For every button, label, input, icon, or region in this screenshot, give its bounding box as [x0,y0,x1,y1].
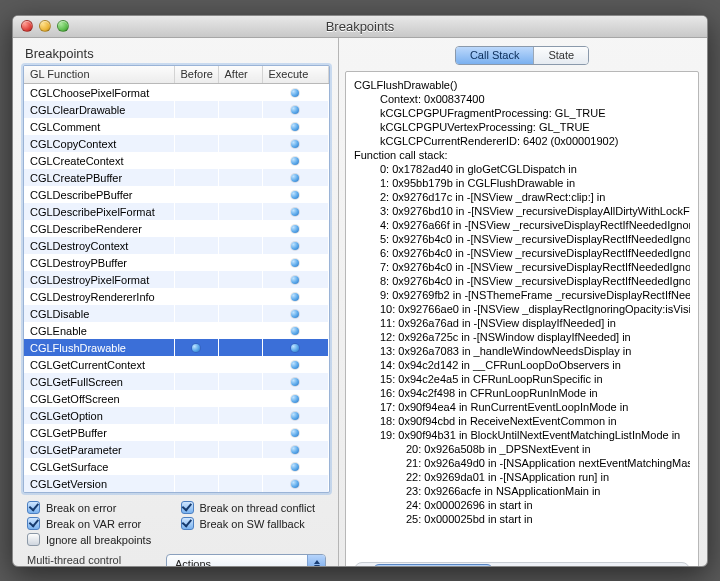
cell-after[interactable] [218,203,262,220]
cell-before[interactable] [174,407,218,424]
checkbox-icon[interactable] [181,501,194,514]
close-icon[interactable] [21,20,33,32]
breakpoint-dot-icon[interactable] [192,344,200,352]
cell-before[interactable] [174,169,218,186]
table-row[interactable]: CGLDestroyPixelFormat [24,271,329,288]
breakpoint-dot-icon[interactable] [291,242,299,250]
cell-before[interactable] [174,237,218,254]
cell-after[interactable] [218,322,262,339]
breakpoint-dot-icon[interactable] [291,310,299,318]
cell-execute[interactable] [262,407,329,424]
col-before[interactable]: Before [174,66,218,84]
breakpoint-dot-icon[interactable] [291,429,299,437]
table-row[interactable]: CGLCreatePBuffer [24,169,329,186]
table-row[interactable]: CGLComment [24,118,329,135]
table-row[interactable]: CGLGetOffScreen [24,390,329,407]
cell-execute[interactable] [262,458,329,475]
breakpoint-dot-icon[interactable] [291,157,299,165]
breakpoint-dot-icon[interactable] [291,140,299,148]
cell-after[interactable] [218,186,262,203]
cell-execute[interactable] [262,203,329,220]
checkbox-icon[interactable] [27,533,40,546]
cell-after[interactable] [218,288,262,305]
cell-execute[interactable] [262,118,329,135]
cell-after[interactable] [218,475,262,492]
cell-execute[interactable] [262,424,329,441]
cell-execute[interactable] [262,373,329,390]
breakpoint-dot-icon[interactable] [291,293,299,301]
col-execute[interactable]: Execute [262,66,329,84]
breakpoint-dot-icon[interactable] [291,344,299,352]
breakpoint-dot-icon[interactable] [291,259,299,267]
table-row[interactable]: CGLDestroyRendererInfo [24,288,329,305]
cell-execute[interactable] [262,390,329,407]
table-row[interactable]: CGLGetCurrentContext [24,356,329,373]
cell-execute[interactable] [262,84,329,101]
breakpoint-dot-icon[interactable] [291,106,299,114]
cell-execute[interactable] [262,475,329,492]
table-row[interactable]: CGLGetVersion [24,475,329,492]
cell-after[interactable] [218,424,262,441]
table-row[interactable]: CGLGetParameter [24,441,329,458]
cell-execute[interactable] [262,322,329,339]
cell-execute[interactable] [262,271,329,288]
breakpoint-dot-icon[interactable] [291,174,299,182]
cell-before[interactable] [174,254,218,271]
cell-after[interactable] [218,169,262,186]
cell-execute[interactable] [262,169,329,186]
cell-before[interactable] [174,118,218,135]
cell-execute[interactable] [262,356,329,373]
cell-execute[interactable] [262,441,329,458]
scroll-right-icon[interactable]: ▶ [673,563,687,567]
breakpoints-table-body[interactable]: CGLChoosePixelFormatCGLClearDrawableCGLC… [24,84,329,492]
table-row[interactable]: CGLDescribeRenderer [24,220,329,237]
checkbox-icon[interactable] [27,501,40,514]
breakpoint-dot-icon[interactable] [291,361,299,369]
table-row[interactable]: CGLGetSurface [24,458,329,475]
breakpoint-dot-icon[interactable] [291,395,299,403]
table-row[interactable]: CGLDestroyContext [24,237,329,254]
breakpoint-dot-icon[interactable] [291,225,299,233]
cell-after[interactable] [218,101,262,118]
table-row[interactable]: CGLDescribePBuffer [24,186,329,203]
cell-execute[interactable] [262,220,329,237]
cell-after[interactable] [218,152,262,169]
table-row[interactable]: CGLGetOption [24,407,329,424]
cell-after[interactable] [218,339,262,356]
titlebar[interactable]: Breakpoints [13,16,707,38]
cell-before[interactable] [174,203,218,220]
cell-before[interactable] [174,339,218,356]
table-row[interactable]: CGLEnable [24,322,329,339]
breakpoint-dot-icon[interactable] [291,123,299,131]
cell-after[interactable] [218,373,262,390]
cell-execute[interactable] [262,152,329,169]
horizontal-scrollbar[interactable]: ◀ ▶ [354,562,690,567]
breakpoint-dot-icon[interactable] [291,480,299,488]
checkbox-icon[interactable] [27,517,40,530]
breakpoint-dot-icon[interactable] [291,208,299,216]
cell-before[interactable] [174,441,218,458]
cell-before[interactable] [174,424,218,441]
cell-after[interactable] [218,356,262,373]
table-row[interactable]: CGLGetPBuffer [24,424,329,441]
cell-before[interactable] [174,152,218,169]
breakpoint-dot-icon[interactable] [291,89,299,97]
cell-before[interactable] [174,101,218,118]
table-row[interactable]: CGLClearDrawable [24,101,329,118]
cell-after[interactable] [218,390,262,407]
cell-before[interactable] [174,288,218,305]
cell-before[interactable] [174,458,218,475]
table-row[interactable]: CGLDescribePixelFormat [24,203,329,220]
cell-before[interactable] [174,305,218,322]
check-break-var[interactable]: Break on VAR error [27,517,173,530]
cell-execute[interactable] [262,101,329,118]
cell-execute[interactable] [262,305,329,322]
cell-after[interactable] [218,220,262,237]
cell-execute[interactable] [262,288,329,305]
col-after[interactable]: After [218,66,262,84]
breakpoint-dot-icon[interactable] [291,412,299,420]
zoom-icon[interactable] [57,20,69,32]
cell-before[interactable] [174,135,218,152]
cell-execute[interactable] [262,254,329,271]
cell-after[interactable] [218,458,262,475]
